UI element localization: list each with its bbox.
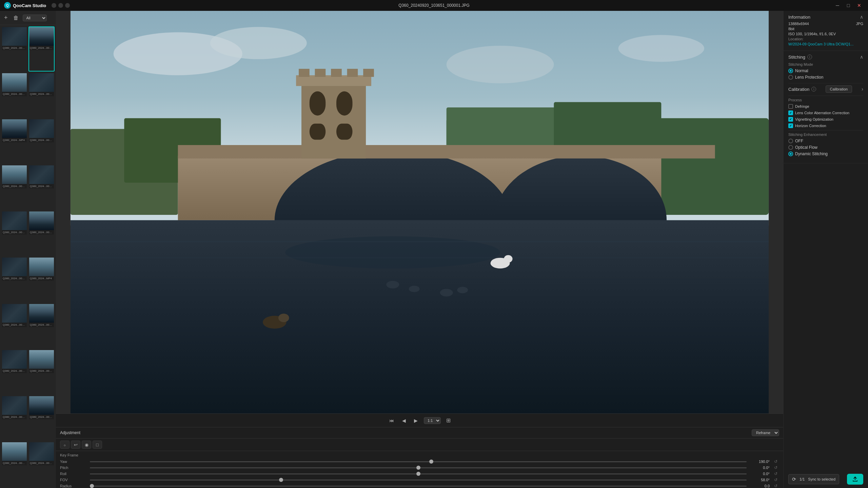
- nav-next-button[interactable]: ▶: [412, 416, 420, 425]
- tool-keyframe[interactable]: ◉: [82, 441, 91, 449]
- adjustment-params: Key Frame Yaw 190.0° ↺ Pitch 0.0° ↺ Roll…: [56, 451, 783, 488]
- stitching-collapse-button[interactable]: ∧: [860, 54, 863, 60]
- svg-rect-21: [336, 124, 353, 140]
- thumbnail-item[interactable]: Q360_2024...0001.DNG: [1, 257, 27, 302]
- radius-slider[interactable]: [90, 486, 747, 487]
- roll-reset-button[interactable]: ↺: [772, 471, 779, 476]
- zoom-select[interactable]: 1:1 1:2 2:1 Fit: [424, 417, 441, 424]
- location-label: Location:: [788, 37, 804, 41]
- grid-view-button[interactable]: ⊞: [445, 416, 452, 425]
- thumb-label: Q360_2024...0001.JPG: [29, 461, 54, 465]
- thumbnail-item[interactable]: Q360_2024...0001.JPG: [28, 165, 55, 210]
- filter-select[interactable]: All Images Videos: [23, 15, 47, 21]
- svg-point-4: [618, 35, 704, 62]
- thumbnail-item[interactable]: Q360_2024...0001.JPG: [28, 303, 55, 348]
- radio-lens-dot: [788, 75, 793, 80]
- svg-rect-23: [315, 69, 326, 77]
- stitching-info-icon[interactable]: i: [807, 55, 812, 59]
- thumbnail-item[interactable]: Q360_2024...0001.JPG: [1, 73, 27, 118]
- thumb-label: Q360_2024...0001.DNG: [2, 461, 27, 465]
- thumbnail-item[interactable]: Q360_2024...0001.JPG: [28, 349, 55, 394]
- calibration-arrow-button[interactable]: ›: [862, 86, 863, 92]
- roll-slider[interactable]: [90, 473, 747, 474]
- thumb-label: Q360_2024...0001.JPG: [2, 184, 27, 188]
- logo-icon: Q: [4, 2, 11, 9]
- thumbnail-item-selected[interactable]: Q360_2024...0001.JPG: [28, 26, 55, 72]
- adjustment-tools: ⬦ ↩ ◉ □: [56, 439, 783, 451]
- yaw-reset-button[interactable]: ↺: [772, 459, 779, 464]
- thumb-label: Q360_2024...0001.JPG: [29, 415, 54, 419]
- export-button[interactable]: [847, 474, 863, 485]
- divider-1: [788, 83, 863, 83]
- info-location-value-row: W/2024-09 QooCam 3 Ultra DCW/Q1...: [788, 42, 863, 46]
- svg-point-35: [409, 286, 420, 292]
- information-section: Information ∧ 13888x6944 JPG 8bit ISO 10…: [784, 11, 868, 51]
- sync-icon: ⟳: [792, 476, 796, 482]
- checkbox-horizon[interactable]: Horizon Correction: [788, 123, 863, 128]
- fov-reset-button[interactable]: ↺: [772, 477, 779, 482]
- enhancement-group: OFF Optical Flow Dynamic Stitching: [788, 139, 863, 156]
- calibration-button[interactable]: Calibration: [826, 85, 852, 93]
- svg-rect-18: [310, 92, 326, 116]
- thumbnail-item[interactable]: Q360_2024...0001.DNG: [1, 442, 27, 487]
- fov-slider[interactable]: [90, 480, 747, 481]
- tool-rotate[interactable]: ↩: [71, 441, 80, 449]
- close-button[interactable]: ✕: [854, 2, 864, 9]
- radio-optical-flow[interactable]: Optical Flow: [788, 145, 863, 150]
- calibration-row: Calibration i Calibration ›: [788, 85, 863, 93]
- radio-off[interactable]: OFF: [788, 139, 863, 143]
- thumbnail-item[interactable]: Q360_2024...0001.DNG: [1, 303, 27, 348]
- nav-prev-button[interactable]: ◀: [400, 416, 408, 425]
- checkbox-defringe[interactable]: Defringe: [788, 104, 863, 109]
- thumbnail-item[interactable]: Q360_2024...0001.DNG: [1, 395, 27, 441]
- thumbnail-item[interactable]: Q360_2024...0001.DNG: [1, 349, 27, 394]
- app-name: QooCam Studio: [13, 3, 46, 8]
- tool-crop[interactable]: □: [93, 441, 102, 449]
- thumbnail-item[interactable]: Q360_2024...0001.DNG: [1, 26, 27, 72]
- thumbnail-item[interactable]: Q360_2024...0001.DNG: [28, 119, 55, 164]
- radio-dynamic-dot: [788, 151, 793, 156]
- thumb-label: Q360_2024...0001.JPG: [29, 230, 54, 235]
- sync-button[interactable]: ⟳ 1/1 Sync to selected: [788, 474, 839, 484]
- thumbnail-item[interactable]: Q360_2024...MP4: [28, 257, 55, 302]
- thumbnail-item[interactable]: Q360_2024...0001.DNG: [1, 211, 27, 256]
- stitching-header: Stitching i ∧: [788, 54, 863, 60]
- right-panel-spacer: [784, 163, 868, 470]
- calibration-info-icon[interactable]: i: [811, 87, 816, 92]
- radio-normal-label: Normal: [795, 68, 808, 73]
- add-file-button[interactable]: +: [3, 14, 9, 22]
- right-bottom-actions: ⟳ 1/1 Sync to selected: [784, 470, 868, 488]
- yaw-label: Yaw: [60, 460, 87, 464]
- pitch-slider[interactable]: [90, 467, 747, 468]
- checkbox-vignetting[interactable]: Vignetting Optimization: [788, 117, 863, 122]
- thumbnail-item[interactable]: Q360_2024...0001.JPG: [1, 165, 27, 210]
- radio-lens-protection[interactable]: Lens Protection: [788, 75, 863, 80]
- radio-dynamic-stitching[interactable]: Dynamic Stitching: [788, 151, 863, 156]
- nav-first-button[interactable]: ⏮: [387, 416, 396, 425]
- tool-move[interactable]: ⬦: [60, 441, 70, 449]
- thumbnail-item[interactable]: Q360_2024...0001.JPG: [28, 211, 55, 256]
- info-bit-row: 8bit: [788, 27, 863, 31]
- svg-point-39: [278, 313, 289, 322]
- window-dot-3: [65, 3, 70, 8]
- thumbnail-item[interactable]: Q360_2024...MP4: [1, 119, 27, 164]
- radius-reset-button[interactable]: ↺: [772, 484, 779, 488]
- delete-file-button[interactable]: 🗑: [12, 14, 20, 22]
- checkbox-lens-color[interactable]: Lens Color Aberration Correction: [788, 110, 863, 115]
- maximize-button[interactable]: □: [844, 2, 853, 9]
- vignetting-checkbox: [788, 117, 793, 122]
- thumbnail-item[interactable]: Q360_2024...0001.JPG: [28, 73, 55, 118]
- thumbnail-item[interactable]: Q360_2024...0001.JPG: [28, 395, 55, 441]
- pitch-label: Pitch: [60, 466, 87, 470]
- radio-normal[interactable]: Normal: [788, 68, 863, 73]
- minimize-button[interactable]: ─: [833, 2, 842, 9]
- adjustment-mode-select[interactable]: Reframe VR180 Fisheye: [752, 429, 779, 436]
- pitch-reset-button[interactable]: ↺: [772, 465, 779, 470]
- location-link[interactable]: W/2024-09 QooCam 3 Ultra DCW/Q1...: [788, 42, 854, 46]
- info-collapse-button[interactable]: ∧: [860, 14, 863, 20]
- divider-2: [788, 96, 863, 96]
- information-title: Information: [788, 15, 810, 20]
- yaw-slider[interactable]: [90, 461, 747, 462]
- resolution-value: 13888x6944: [788, 22, 809, 26]
- thumbnail-item[interactable]: Q360_2024...0001.JPG: [28, 442, 55, 487]
